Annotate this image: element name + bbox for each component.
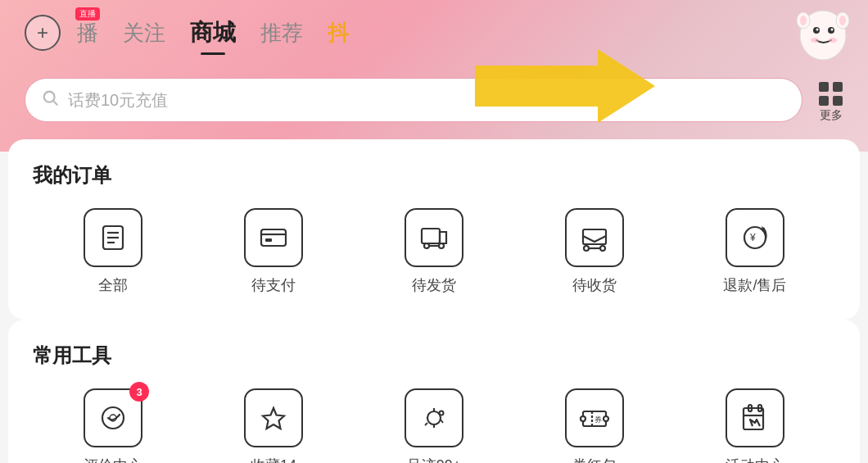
live-badge: 直播 <box>75 7 100 20</box>
tools-panel: 常用工具 3 评价中心 收藏14 <box>8 320 860 463</box>
search-icon <box>42 89 60 111</box>
svg-text:券: 券 <box>594 415 602 424</box>
tool-review-label: 评价中心 <box>84 456 142 463</box>
svg-marker-33 <box>263 408 284 429</box>
order-all-item[interactable]: 全部 <box>72 208 154 295</box>
nav-bar: + 直播 播 关注 商城 推荐 抖 <box>0 0 868 66</box>
svg-point-22 <box>424 243 429 248</box>
tool-favorites-item[interactable]: 收藏14 <box>233 388 314 463</box>
refund-icon: ¥ <box>726 208 784 267</box>
svg-point-23 <box>439 243 444 248</box>
svg-rect-21 <box>422 229 440 243</box>
svg-text:¥: ¥ <box>749 232 756 243</box>
order-pending-receive-label: 待收货 <box>572 275 617 295</box>
svg-rect-18 <box>261 229 286 246</box>
svg-point-7 <box>831 29 834 31</box>
tool-review-item[interactable]: 3 评价中心 <box>72 388 154 463</box>
grid-label: 更多 <box>820 108 843 123</box>
pending-pay-icon <box>244 208 303 267</box>
tool-footprint-label: 足迹99+ <box>407 456 462 463</box>
tool-coupon-label: 券红包 <box>572 456 617 463</box>
nav-tab-bo[interactable]: 直播 播 <box>77 19 98 48</box>
svg-point-13 <box>839 16 846 25</box>
tool-footprint-item[interactable]: 足迹99+ <box>393 388 475 463</box>
search-bar[interactable]: 话费10元充值 <box>25 78 802 122</box>
review-icon: 3 <box>84 388 142 447</box>
mascot <box>790 4 856 66</box>
order-pending-ship-item[interactable]: 待发货 <box>393 208 475 295</box>
svg-point-37 <box>440 411 444 415</box>
coupon-icon: 券 <box>565 388 624 447</box>
svg-point-27 <box>600 246 605 251</box>
all-orders-icon <box>84 208 142 267</box>
tool-activity-item[interactable]: 活动中心 <box>714 388 796 463</box>
order-pending-pay-label: 待支付 <box>251 275 296 295</box>
search-placeholder: 话费10元充值 <box>68 89 168 111</box>
svg-point-11 <box>800 16 807 25</box>
svg-point-31 <box>102 407 124 429</box>
order-pending-receive-item[interactable]: 待收货 <box>554 208 635 295</box>
orders-title: 我的订单 <box>33 162 835 188</box>
tool-activity-label: 活动中心 <box>726 456 784 463</box>
favorites-icon <box>244 388 303 447</box>
svg-point-26 <box>584 246 589 251</box>
svg-rect-20 <box>265 238 272 242</box>
grid-icon <box>819 82 843 107</box>
nav-tab-shangcheng[interactable]: 商城 <box>190 17 236 48</box>
pending-ship-icon <box>405 208 463 267</box>
svg-point-0 <box>44 91 55 102</box>
activity-icon <box>726 388 784 447</box>
tools-title: 常用工具 <box>33 343 835 369</box>
svg-line-1 <box>53 101 57 105</box>
order-pending-pay-item[interactable]: 待支付 <box>233 208 314 295</box>
svg-point-9 <box>829 38 837 43</box>
nav-tab-guanzhu[interactable]: 关注 <box>123 19 165 48</box>
svg-marker-2 <box>475 49 655 123</box>
tool-favorites-label: 收藏14 <box>251 456 296 463</box>
order-refund-item[interactable]: ¥ 退款/售后 <box>714 208 796 295</box>
order-refund-label: 退款/售后 <box>723 275 786 295</box>
svg-point-42 <box>604 416 608 421</box>
pending-receive-icon <box>565 208 624 267</box>
svg-point-6 <box>816 29 819 31</box>
nav-tab-tui-gold[interactable]: 抖 <box>328 19 349 48</box>
nav-tab-tuijian[interactable]: 推荐 <box>260 19 303 48</box>
add-button[interactable]: + <box>25 15 61 51</box>
orders-panel: 我的订单 全部 待支付 <box>8 139 860 320</box>
svg-line-39 <box>425 423 427 425</box>
grid-more-area[interactable]: 更多 <box>819 82 843 123</box>
nav-tabs: 直播 播 关注 商城 推荐 抖 <box>77 17 843 48</box>
svg-line-38 <box>441 420 443 423</box>
svg-point-41 <box>581 416 585 421</box>
footprint-icon <box>405 388 463 447</box>
yellow-arrow <box>475 49 655 123</box>
tool-coupon-item[interactable]: 券 券红包 <box>554 388 635 463</box>
orders-icon-row: 全部 待支付 <box>33 208 835 295</box>
review-badge: 3 <box>129 382 149 402</box>
order-all-label: 全部 <box>98 275 128 295</box>
svg-point-8 <box>811 38 819 43</box>
order-pending-ship-label: 待发货 <box>412 275 456 295</box>
tools-icon-row: 3 评价中心 收藏14 <box>33 388 835 463</box>
